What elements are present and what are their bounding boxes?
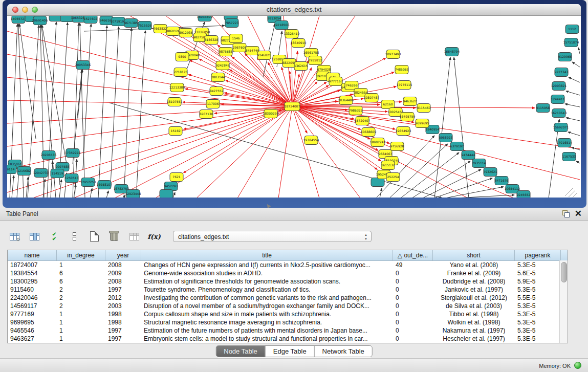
graph-node[interactable]: 9699695 [416,119,429,128]
graph-node[interactable]: 117006 [206,100,220,108]
graph-node[interactable]: 1215682 [17,167,31,176]
row-height-button[interactable] [67,229,81,244]
table-row[interactable]: 1938455462009Genome-wide association stu… [8,269,568,277]
graph-node[interactable]: 2935114 [472,159,486,168]
table-row[interactable]: 946554611997Estimation of the future num… [8,326,568,335]
table-row[interactable]: 1872400712008Changes of HCN gene express… [8,261,568,269]
graph-node[interactable]: 14055724 [11,16,27,24]
graph-node[interactable]: 12923448 [125,190,141,198]
graph-node[interactable]: 9457793 [164,182,178,191]
column-header-out-de-[interactable]: △ out_de... [393,250,433,260]
graph-node[interactable]: 62160 [381,100,395,109]
network-canvas[interactable]: 1872400714055724206914061065328715276029… [7,16,580,198]
graph-node[interactable]: 1244411 [551,95,565,104]
minimize-traffic-light[interactable] [22,7,28,13]
graph-node[interactable] [371,178,384,187]
graph-node[interactable]: 8186328 [205,36,219,45]
graph-node[interactable]: 2803144 [211,73,225,82]
table-row[interactable]: 969969511998Structural magnetic resonanc… [8,318,568,326]
graph-node[interactable]: 7663822 [154,25,167,33]
graph-node[interactable]: 18907249 [370,138,386,147]
create-table-button[interactable] [87,229,101,244]
table-settings-button[interactable]: ⚙ [7,229,21,244]
graph-node[interactable]: 8471676 [495,177,509,185]
graph-node[interactable]: 8912935 [179,29,193,37]
graph-node[interactable]: 7515526 [138,21,152,30]
table-select-dropdown[interactable]: citations_edges.txt ▲▼ [173,231,372,242]
graph-node[interactable]: 20691406 [32,16,48,25]
column-header-title[interactable]: title [141,250,393,260]
graph-node[interactable]: 1250513 [65,174,79,183]
graph-node[interactable]: 18107552 [167,98,183,106]
graph-node[interactable]: 1615132 [381,161,395,170]
graph-node[interactable]: 114519 [51,169,64,178]
graph-node[interactable]: 17359928 [65,149,81,158]
scrollbar-thumb[interactable] [561,262,567,282]
graph-node[interactable]: 9474444 [462,151,475,160]
vertical-scrollbar[interactable] [559,260,568,343]
apply-function-button[interactable]: f(x) [147,229,161,244]
graph-node[interactable]: 19654923 [396,127,411,136]
column-header-name[interactable]: name [8,250,57,260]
graph-node[interactable]: 19218506 [274,21,290,30]
graph-node[interactable]: 9115460 [417,104,431,113]
graph-node[interactable]: 20053346 [75,61,91,70]
graph-node[interactable]: 17957253 [80,178,96,187]
graph-node[interactable]: 20364486 [338,96,354,105]
tab-network-table[interactable]: Network Table [314,346,372,357]
graph-node[interactable]: 252254 [386,173,400,182]
network-window-titlebar[interactable]: citations_edges.txt [7,4,581,16]
graph-node[interactable]: 17975115 [397,81,412,90]
graph-node[interactable]: 10688609 [361,128,377,137]
graph-node[interactable]: 16648794 [444,48,460,56]
graph-node[interactable]: 9146821 [257,51,271,60]
graph-node[interactable]: 12042737 [33,169,49,178]
graph-node[interactable]: 9875685 [219,48,233,56]
column-header-short[interactable]: short [433,250,515,260]
network-window[interactable]: citations_edges.txt 18724007140557242069… [7,4,581,198]
graph-node[interactable]: 7955812 [309,56,322,65]
graph-node[interactable]: 9777163 [329,77,343,86]
graph-node[interactable]: 1546 [229,34,243,43]
column-header-in-degree[interactable]: in_degree [57,250,105,260]
column-header-pagerank[interactable]: pagerank [515,250,561,260]
graph-node[interactable]: 12213389 [169,83,185,92]
graph-node[interactable]: 9671385 [124,19,138,28]
graph-node[interactable]: 10807487 [364,94,380,102]
graph-node[interactable]: 7485063 [395,65,409,74]
graph-node[interactable]: 10973493 [385,50,401,59]
graph-node[interactable]: 8267130 [200,110,213,119]
graph-node[interactable]: 9242848 [216,61,230,70]
graph-node[interactable]: 16210643 [551,109,567,118]
graph-node[interactable]: 7932621 [484,168,497,177]
graph-node[interactable]: 18300295 [263,110,279,118]
close-panel-icon[interactable]: ✕ [575,208,582,220]
graph-node[interactable]: 9227343 [555,68,569,77]
graph-node[interactable]: 15751074 [563,38,579,47]
graph-node[interactable]: 17016514 [557,139,573,147]
graph-node[interactable]: 9245652 [517,191,531,198]
graph-node[interactable]: 7986322 [349,106,363,115]
table-row[interactable]: 946362711997Embryonic stem cells: a mode… [8,335,568,343]
graph-node[interactable]: 2718176 [174,68,188,77]
graph-node[interactable]: 13325419 [284,30,300,38]
graph-node[interactable]: 5958923 [439,134,453,142]
graph-node[interactable]: 16495759 [400,113,416,121]
table-row[interactable]: 1456911722003Disruption of a novel membe… [8,302,568,310]
tab-node-table[interactable]: Node Table [216,346,265,357]
graph-node[interactable]: 7857223 [225,19,239,28]
graph-node[interactable]: 12093821 [551,82,567,91]
graph-node[interactable]: 2967608 [233,43,247,52]
column-header-year[interactable]: year [105,250,141,260]
graph-node[interactable]: 16033809 [197,16,213,21]
graph-node[interactable]: 9756928 [390,142,404,151]
close-traffic-light[interactable] [12,7,18,13]
graph-node[interactable]: 8427552 [210,87,224,96]
zoom-traffic-light[interactable] [32,7,38,13]
node-table[interactable]: namein_degreeyeartitle△ out_de...shortpa… [7,250,568,343]
graph-node[interactable]: 18640910 [291,39,307,48]
graph-node[interactable]: 1362615 [294,62,308,71]
graph-node[interactable]: 7621 [170,173,183,182]
graph-node[interactable]: 15692071 [553,123,569,132]
graph-node[interactable]: 15169 [169,127,182,136]
